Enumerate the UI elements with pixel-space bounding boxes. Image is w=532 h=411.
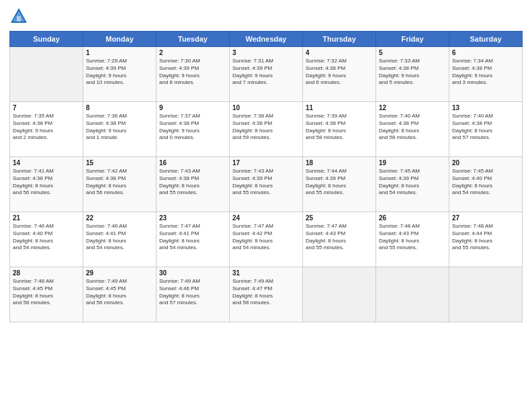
calendar-cell: 17Sunrise: 7:43 AM Sunset: 4:39 PM Dayli… [230,157,303,212]
day-info: Sunrise: 7:49 AM Sunset: 4:46 PM Dayligh… [159,278,227,307]
day-info: Sunrise: 7:40 AM Sunset: 4:38 PM Dayligh… [452,113,520,142]
day-info: Sunrise: 7:43 AM Sunset: 4:39 PM Dayligh… [232,168,300,197]
day-info: Sunrise: 7:41 AM Sunset: 4:38 PM Dayligh… [13,168,81,197]
day-number: 18 [306,159,373,167]
day-number: 8 [86,104,154,111]
calendar-table: SundayMondayTuesdayWednesdayThursdayFrid… [9,31,523,322]
day-info: Sunrise: 7:49 AM Sunset: 4:45 PM Dayligh… [86,278,154,307]
weekday-header-monday: Monday [83,32,157,47]
weekday-header-saturday: Saturday [449,32,523,47]
day-info: Sunrise: 7:32 AM Sunset: 4:38 PM Dayligh… [306,58,373,87]
calendar-cell: 31Sunrise: 7:49 AM Sunset: 4:47 PM Dayli… [230,267,303,322]
calendar-cell: 22Sunrise: 7:46 AM Sunset: 4:41 PM Dayli… [83,212,157,267]
day-number: 31 [232,269,300,277]
day-number: 12 [379,104,447,111]
day-info: Sunrise: 7:44 AM Sunset: 4:39 PM Dayligh… [306,168,373,197]
calendar-cell: 3Sunrise: 7:31 AM Sunset: 4:39 PM Daylig… [230,47,303,102]
weekday-header-friday: Friday [376,32,449,47]
day-info: Sunrise: 7:39 AM Sunset: 4:38 PM Dayligh… [306,113,373,142]
calendar-cell: 24Sunrise: 7:47 AM Sunset: 4:42 PM Dayli… [230,212,303,267]
logo [9,7,31,26]
day-info: Sunrise: 7:47 AM Sunset: 4:42 PM Dayligh… [232,223,300,252]
day-info: Sunrise: 7:42 AM Sunset: 4:38 PM Dayligh… [86,168,154,197]
day-number: 5 [379,49,447,56]
calendar-cell: 2Sunrise: 7:30 AM Sunset: 4:39 PM Daylig… [157,47,230,102]
day-number: 28 [13,269,81,277]
day-number: 15 [86,159,154,167]
calendar-cell: 16Sunrise: 7:43 AM Sunset: 4:38 PM Dayli… [157,157,230,212]
day-number: 19 [379,159,447,167]
day-number: 22 [86,214,154,222]
day-info: Sunrise: 7:48 AM Sunset: 4:43 PM Dayligh… [379,223,447,252]
day-number: 29 [86,269,154,277]
day-number: 30 [159,269,227,277]
calendar-cell [303,267,376,322]
day-info: Sunrise: 7:35 AM Sunset: 4:38 PM Dayligh… [13,113,81,142]
day-info: Sunrise: 7:47 AM Sunset: 4:41 PM Dayligh… [159,223,227,252]
calendar-page: SundayMondayTuesdayWednesdayThursdayFrid… [0,0,532,411]
calendar-cell: 21Sunrise: 7:46 AM Sunset: 4:40 PM Dayli… [10,212,83,267]
day-info: Sunrise: 7:43 AM Sunset: 4:38 PM Dayligh… [159,168,227,197]
day-info: Sunrise: 7:31 AM Sunset: 4:39 PM Dayligh… [232,58,300,87]
svg-rect-2 [17,16,21,21]
calendar-cell: 25Sunrise: 7:47 AM Sunset: 4:43 PM Dayli… [303,212,376,267]
day-info: Sunrise: 7:37 AM Sunset: 4:38 PM Dayligh… [159,113,227,142]
day-info: Sunrise: 7:47 AM Sunset: 4:43 PM Dayligh… [306,223,373,252]
calendar-cell: 28Sunrise: 7:48 AM Sunset: 4:45 PM Dayli… [10,267,83,322]
week-row-3: 14Sunrise: 7:41 AM Sunset: 4:38 PM Dayli… [10,157,523,212]
day-number: 27 [452,214,520,222]
calendar-cell: 11Sunrise: 7:39 AM Sunset: 4:38 PM Dayli… [303,102,376,157]
weekday-header-wednesday: Wednesday [230,32,303,47]
day-number: 4 [306,49,373,56]
day-info: Sunrise: 7:45 AM Sunset: 4:40 PM Dayligh… [452,168,520,197]
calendar-cell: 19Sunrise: 7:45 AM Sunset: 4:39 PM Dayli… [376,157,449,212]
calendar-cell [376,267,449,322]
weekday-header-thursday: Thursday [303,32,376,47]
day-number: 7 [13,104,81,111]
calendar-cell: 7Sunrise: 7:35 AM Sunset: 4:38 PM Daylig… [10,102,83,157]
day-number: 1 [86,49,154,56]
day-number: 21 [13,214,81,222]
calendar-cell: 6Sunrise: 7:34 AM Sunset: 4:38 PM Daylig… [449,47,523,102]
day-number: 24 [232,214,300,222]
header [9,7,523,26]
day-number: 20 [452,159,520,167]
day-number: 23 [159,214,227,222]
day-info: Sunrise: 7:45 AM Sunset: 4:39 PM Dayligh… [379,168,447,197]
day-number: 14 [13,159,81,167]
calendar-cell: 27Sunrise: 7:48 AM Sunset: 4:44 PM Dayli… [449,212,523,267]
calendar-cell: 15Sunrise: 7:42 AM Sunset: 4:38 PM Dayli… [83,157,157,212]
day-info: Sunrise: 7:48 AM Sunset: 4:44 PM Dayligh… [452,223,520,252]
calendar-cell [449,267,523,322]
logo-icon [9,7,28,26]
calendar-cell: 4Sunrise: 7:32 AM Sunset: 4:38 PM Daylig… [303,47,376,102]
day-info: Sunrise: 7:40 AM Sunset: 4:38 PM Dayligh… [379,113,447,142]
calendar-cell: 30Sunrise: 7:49 AM Sunset: 4:46 PM Dayli… [157,267,230,322]
day-number: 6 [452,49,520,56]
day-number: 11 [306,104,373,111]
week-row-2: 7Sunrise: 7:35 AM Sunset: 4:38 PM Daylig… [10,102,523,157]
calendar-cell: 29Sunrise: 7:49 AM Sunset: 4:45 PM Dayli… [83,267,157,322]
day-info: Sunrise: 7:36 AM Sunset: 4:38 PM Dayligh… [86,113,154,142]
week-row-5: 28Sunrise: 7:48 AM Sunset: 4:45 PM Dayli… [10,267,523,322]
day-info: Sunrise: 7:34 AM Sunset: 4:38 PM Dayligh… [452,58,520,87]
calendar-cell: 9Sunrise: 7:37 AM Sunset: 4:38 PM Daylig… [157,102,230,157]
day-info: Sunrise: 7:29 AM Sunset: 4:39 PM Dayligh… [86,58,154,87]
day-number: 13 [452,104,520,111]
day-info: Sunrise: 7:38 AM Sunset: 4:38 PM Dayligh… [232,113,300,142]
day-number: 26 [379,214,447,222]
calendar-cell: 12Sunrise: 7:40 AM Sunset: 4:38 PM Dayli… [376,102,449,157]
day-number: 2 [159,49,227,56]
day-info: Sunrise: 7:49 AM Sunset: 4:47 PM Dayligh… [232,278,300,307]
day-info: Sunrise: 7:33 AM Sunset: 4:38 PM Dayligh… [379,58,447,87]
weekday-header-row: SundayMondayTuesdayWednesdayThursdayFrid… [10,32,523,47]
calendar-cell: 8Sunrise: 7:36 AM Sunset: 4:38 PM Daylig… [83,102,157,157]
week-row-1: 1Sunrise: 7:29 AM Sunset: 4:39 PM Daylig… [10,47,523,102]
weekday-header-tuesday: Tuesday [157,32,230,47]
calendar-cell: 26Sunrise: 7:48 AM Sunset: 4:43 PM Dayli… [376,212,449,267]
day-info: Sunrise: 7:48 AM Sunset: 4:45 PM Dayligh… [13,278,81,307]
day-info: Sunrise: 7:30 AM Sunset: 4:39 PM Dayligh… [159,58,227,87]
calendar-cell: 18Sunrise: 7:44 AM Sunset: 4:39 PM Dayli… [303,157,376,212]
day-number: 10 [232,104,300,111]
weekday-header-sunday: Sunday [10,32,83,47]
